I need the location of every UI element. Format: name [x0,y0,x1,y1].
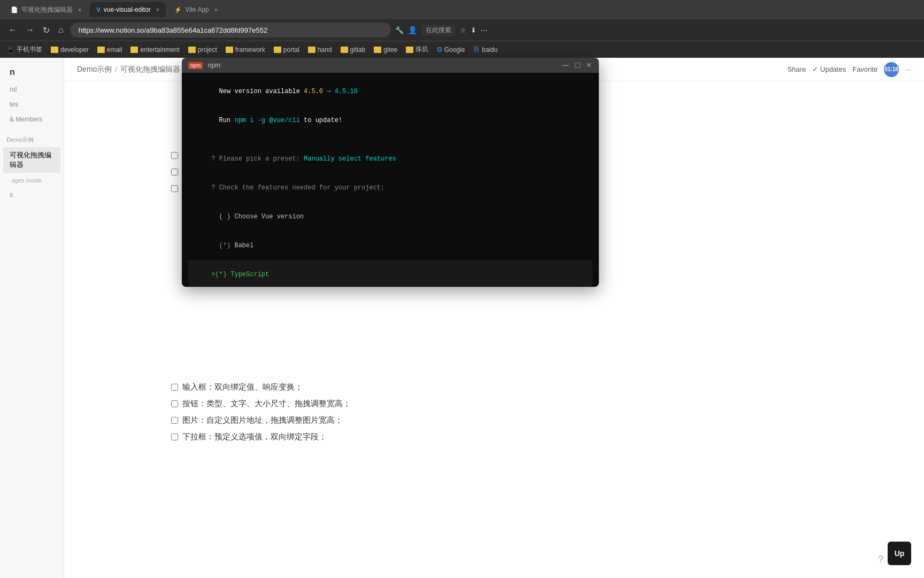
bookmark-email[interactable]: email [97,46,122,54]
checkbox-7[interactable] [171,434,178,440]
breadcrumb: Demo示例 / 可视化拖拽编辑器 [77,65,180,74]
bookmark-developer[interactable]: developer [51,46,89,54]
tab-1[interactable]: 📄 可视化拖拽编辑器 × [4,2,88,17]
term-version-old: 4.5.6 [304,88,323,95]
term-ts-label: TypeScript [227,271,269,278]
bookmark-developer-label: developer [60,46,89,54]
tab-1-close[interactable]: × [78,6,81,13]
bookmark-baidu[interactable]: 百 baidu [473,45,497,54]
bookmark-entertainment-label: entertainment [140,46,179,54]
more-icon[interactable]: ⋯ [481,26,488,34]
sidebar-item-tes[interactable]: tes [3,97,60,111]
browser-chrome: 📄 可视化拖拽编辑器 × V vue-visual-editor × ⚡ Vit… [0,0,924,58]
folder-icon [97,47,105,53]
terminal-body[interactable]: New version available 4.5.6 → 4.5.10 Run… [182,73,599,287]
reload-button[interactable]: ↻ [41,23,52,37]
tab-1-label: 可视化拖拽编辑器 [21,5,73,14]
sidebar-item-editor[interactable]: 可视化拖拽编辑器 [3,147,60,173]
google-icon: G [437,46,442,54]
terminal-maximize-button[interactable]: □ [574,60,581,70]
tab-2[interactable]: V vue-visual-editor × [90,2,166,17]
npm-icon: npm [188,62,203,69]
sidebar-section-demo: Demo示例 [0,132,64,146]
folder-icon [341,47,348,53]
term-babel-prefix [211,242,219,249]
bookmark-gitee[interactable]: gitee [374,46,397,54]
search-label[interactable]: 在此搜索 [421,25,456,36]
bookmark-google[interactable]: G Google [437,46,465,54]
sidebar-item-nd[interactable]: n [3,63,60,81]
share-button[interactable]: Share [787,65,806,73]
bookmark-project-label: project [198,46,217,54]
sidebar-item-pages-inside[interactable]: ages inside [3,174,60,187]
bookmark-portal[interactable]: portal [274,46,299,54]
tab-3-close[interactable]: × [214,6,218,13]
up-button[interactable]: Up [888,542,911,565]
term-line-1: New version available 4.5.6 → 4.5.10 [188,77,592,106]
bookmark-entertainment[interactable]: entertainment [130,46,179,54]
term-line-preset: ? Please pick a preset: Manually select … [188,144,592,173]
checkbox-6[interactable] [171,417,178,424]
back-button[interactable]: ← [6,23,19,37]
download-icon[interactable]: ⬇ [471,26,476,34]
bookmark-zhuji[interactable]: 珠玑 [406,45,428,54]
sidebar-item-nd2[interactable]: nd [3,82,60,96]
term-text: New version available [211,88,304,95]
bookmark-gitee-label: gitee [383,46,397,54]
checkbox-7-label: 下拉框：预定义选项值，双向绑定字段； [182,432,327,442]
bookmark-google-label: Google [444,46,465,54]
bookmark-mobile[interactable]: 📱 手机书签 [6,45,42,54]
term-blank-1 [188,135,592,144]
checkbox-5[interactable] [171,400,178,407]
term-update-text: to update! [300,117,342,124]
profile-icon: 👤 [408,26,417,34]
tab-3-label: Vite App [185,6,209,13]
checkbox-1[interactable] [171,152,178,159]
breadcrumb-current[interactable]: 可视化拖拽编辑器 [120,65,180,74]
tab-2-close[interactable]: × [156,6,159,13]
bookmark-email-label: email [107,46,122,54]
terminal-close-button[interactable]: × [586,60,592,70]
home-button[interactable]: ⌂ [56,23,66,37]
term-ts-check: (*) [215,271,227,278]
forward-button[interactable]: → [24,23,36,37]
term-npm-cmd: npm i -g @vue/cli [234,117,299,124]
sidebar-item-members[interactable]: & Members [3,112,60,126]
favorite-button[interactable]: Favorite [852,65,877,73]
tab-2-label: vue-visual-editor [104,6,151,13]
bookmark-project[interactable]: project [188,46,217,54]
tab-3-favicon: ⚡ [174,6,182,13]
browser-controls: ← → ↻ ⌂ 🔧 👤 在此搜索 ☆ ⬇ ⋯ [0,19,924,41]
term-line-2: Run npm i -g @vue/cli to update! [188,106,592,135]
bookmark-gitlab-label: gitlab [350,46,366,54]
bookmark-gitlab[interactable]: gitlab [341,46,366,54]
bookmark-framework[interactable]: framework [226,46,265,54]
topbar-actions: Share ✓ Updates Favorite 01:18 ··· [787,62,911,77]
url-input[interactable] [70,22,391,37]
checkbox-2[interactable] [171,169,178,176]
help-button[interactable]: ? [878,554,883,565]
folder-icon [374,47,381,53]
folder-icon [51,47,58,53]
tab-1-favicon: 📄 [11,6,18,13]
mobile-icon: 📱 [6,46,14,54]
more-options-button[interactable]: ··· [905,65,911,73]
terminal-minimize-button[interactable]: ─ [561,60,569,70]
checkbox-3[interactable] [171,185,178,192]
sidebar-item-s[interactable]: s [3,188,60,202]
bookmark-icon[interactable]: ☆ [460,26,466,34]
bookmarks-bar: 📱 手机书签 developer email entertainment pro… [0,41,924,58]
updates-button[interactable]: ✓ Updates [812,65,846,73]
term-vue-version: ( ) Choose Vue version [211,213,304,220]
avatar: 01:18 [884,62,899,77]
terminal-controls: ─ □ × [561,60,592,70]
breadcrumb-root[interactable]: Demo示例 [77,65,112,74]
terminal-modal: npm npm ─ □ × New version available 4.5.… [182,58,599,287]
breadcrumb-sep: / [115,65,117,74]
terminal-titlebar: npm npm ─ □ × [182,58,599,73]
checkbox-4[interactable] [171,384,178,391]
tab-3[interactable]: ⚡ Vite App × [168,2,224,17]
term-line-babel: (*) Babel [188,231,592,260]
bookmark-hand[interactable]: hand [308,46,332,54]
terminal-title: npm npm [188,62,220,69]
